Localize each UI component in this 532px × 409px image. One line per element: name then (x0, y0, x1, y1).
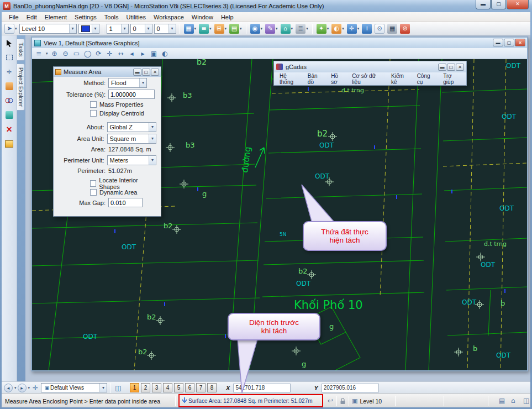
pan-shortcut-icon[interactable]: ✛ (31, 384, 40, 392)
gcadas-minimize-button[interactable]: ▬ (438, 64, 446, 71)
menu-utilities[interactable]: Utilities (123, 14, 150, 20)
active-level-indicator[interactable]: ▣ Level 10 (352, 397, 382, 405)
saved-views-button[interactable]: ◉▾ (250, 23, 264, 34)
maximize-button[interactable]: ▢ (491, 0, 506, 9)
mass-properties-checkbox[interactable] (90, 101, 97, 108)
menu-settings[interactable]: Settings (71, 14, 101, 20)
active-level-combo[interactable]: Level 10 ▾ (19, 24, 77, 34)
menu-window[interactable]: Window (188, 14, 217, 20)
title-bar[interactable]: M BanDo_phuongNamHa.dgn [2D - V8 DGN] - … (0, 0, 532, 12)
gcadas-menu-tro-giup[interactable]: Trợ giúp (440, 73, 466, 85)
stop-button[interactable]: ⊘ (399, 23, 410, 34)
window-area-icon[interactable]: ▭ (72, 49, 81, 58)
dialog-close-button[interactable]: ✕ (151, 69, 159, 76)
gcadas-title-bar[interactable]: gCadas ▬ ▢ ✕ (274, 61, 466, 72)
gcadas-maximize-button[interactable]: ▢ (447, 64, 455, 71)
references-button[interactable]: ⊞▾ (214, 23, 228, 34)
copy-view-icon[interactable]: ▣ (150, 49, 159, 58)
gcadas-menu-ho-so[interactable]: Hồ sơ (328, 73, 349, 85)
close-button[interactable]: ✕ (507, 0, 529, 9)
area-unit-combo[interactable]: Square m ▾ (107, 134, 157, 144)
home-icon[interactable]: ⌂ (511, 397, 515, 405)
active-tool-button[interactable]: ➤ ▾ (4, 23, 18, 34)
view-toggle-6[interactable]: 6 (185, 383, 194, 392)
item-browser-button[interactable]: ≣▾ (295, 23, 309, 34)
rotate-view-icon[interactable]: ⟳ (94, 49, 103, 58)
menu-tools[interactable]: Tools (101, 14, 123, 20)
lock-icon[interactable] (340, 397, 346, 405)
view-close-button[interactable]: ✕ (515, 39, 525, 46)
view-minimize-button[interactable]: ▬ (493, 39, 503, 46)
active-color-combo[interactable]: ▾ (78, 24, 99, 34)
markups-button[interactable]: ✎▾ (265, 23, 278, 34)
menu-file[interactable]: File (5, 14, 23, 20)
display-centroid-checkbox[interactable] (90, 110, 97, 117)
clip-volume-icon[interactable]: ◐ (161, 49, 170, 58)
groups-button[interactable] (4, 95, 15, 106)
view-back-button[interactable]: ◂ (4, 384, 13, 392)
active-transparency-combo[interactable]: 1 ▾ (107, 24, 129, 34)
dynamic-area-checkbox[interactable] (90, 189, 97, 196)
menu-element[interactable]: Element (41, 14, 71, 20)
modify-button[interactable] (4, 109, 15, 120)
view-attributes-icon[interactable]: ≡ (34, 49, 43, 58)
gcadas-menu-he-thong[interactable]: Hệ thống (276, 73, 304, 85)
render-button[interactable]: ✦▾ (316, 23, 330, 34)
gcadas-menu-co-so-du-lieu[interactable]: Cơ sở dữ liệu (349, 73, 388, 85)
adjust-icon-button[interactable]: ◐▾ (331, 23, 345, 34)
gcadas-menu-cong-cu[interactable]: Công cụ (414, 73, 440, 85)
view-toggle-5[interactable]: 5 (174, 383, 183, 392)
accusnap-button[interactable]: ▦ (387, 23, 398, 34)
view-next-icon[interactable]: ▸ (139, 49, 148, 58)
zoom-out-icon[interactable]: ⊖ (61, 49, 70, 58)
max-gap-input[interactable] (108, 198, 143, 207)
tab-project-explorer[interactable]: Project Explorer (17, 64, 25, 111)
minimize-button[interactable]: ▬ (476, 0, 491, 9)
dialog-list-icon[interactable]: ▤ (499, 397, 505, 405)
search-button[interactable]: ⊙ (374, 23, 385, 34)
view-toggle-3[interactable]: 3 (152, 383, 161, 392)
view-groups-icon[interactable]: ◫ (113, 384, 123, 392)
zoom-in-icon[interactable]: ⊕ (50, 49, 59, 58)
measure-dialog-title-bar[interactable]: Measure Area ▬ ▢ ✕ (54, 67, 161, 77)
fit-view-icon[interactable]: ◯ (83, 49, 92, 58)
level-manager-button[interactable]: ≡▾ (198, 23, 212, 34)
fence-button[interactable] (4, 52, 15, 63)
active-lineweight-combo[interactable]: 0 ▾ (154, 24, 176, 34)
active-linestyle-combo[interactable]: 0 ▾ (130, 24, 152, 34)
tab-tasks[interactable]: Tasks (17, 39, 25, 61)
details-icon[interactable]: ◫ (523, 397, 529, 405)
pan-view-icon[interactable]: ✛ (106, 49, 114, 58)
menu-edit[interactable]: Edit (23, 14, 41, 20)
view-toggle-4[interactable]: 4 (163, 383, 172, 392)
undo-arrow-icon[interactable]: ↩ (328, 397, 333, 405)
dialog-maximize-button[interactable]: ▢ (142, 69, 150, 76)
accudraw-button[interactable] (4, 138, 15, 149)
view-toggle-2[interactable]: 2 (141, 383, 150, 392)
perimeter-unit-combo[interactable]: Meters ▾ (107, 155, 157, 165)
menu-workspace[interactable]: Workspace (150, 14, 188, 20)
x-coordinate-input[interactable] (233, 384, 291, 392)
tolerance-input[interactable] (108, 90, 155, 99)
saved-views-combo[interactable]: ▣ Default Views ▾ (41, 383, 107, 392)
models-button[interactable]: ▦▾ (183, 23, 197, 34)
view-toggle-7[interactable]: 7 (196, 383, 206, 392)
view1-title-bar[interactable]: View 1, Default [Software Graphics] ▬ ▢ … (32, 38, 527, 48)
delete-element-button[interactable]: ✕ (4, 124, 15, 135)
project-explorer-button[interactable]: ⌂▾ (280, 23, 294, 34)
gcadas-menu-kiem-ke[interactable]: Kiểm kê (388, 73, 414, 85)
raster-manager-button[interactable]: ▤▾ (229, 23, 243, 34)
info-button[interactable]: i (361, 23, 372, 34)
selection-arrow-button[interactable] (4, 38, 15, 49)
gcadas-close-button[interactable]: ✕ (456, 64, 464, 71)
walk-icon[interactable]: ↔ (117, 49, 125, 58)
view-forward-button[interactable]: ▸ (18, 384, 27, 392)
view-maximize-button[interactable]: ▢ (504, 39, 514, 46)
method-combo[interactable]: Flood ▾ (108, 78, 147, 88)
move-button[interactable]: ✛ (4, 66, 15, 77)
change-attributes-button[interactable] (4, 81, 15, 92)
about-combo[interactable]: Global Z ▾ (107, 122, 157, 132)
view-toggle-1[interactable]: 1 (130, 383, 139, 392)
y-coordinate-input[interactable] (322, 384, 379, 392)
snap-mode-button[interactable]: ✛▾ (346, 23, 360, 34)
